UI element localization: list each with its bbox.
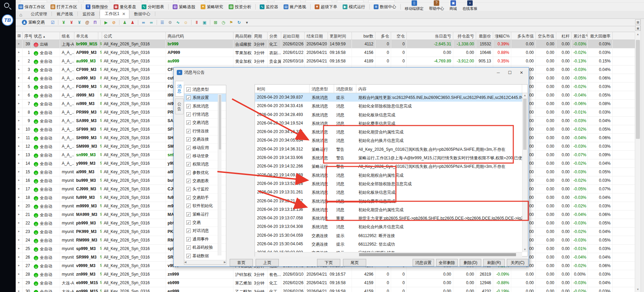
column-header[interactable]: 结束日期 <box>305 32 328 40</box>
close-button[interactable]: ✕ <box>516 69 527 77</box>
dialog-action-关闭(C)[interactable]: 关闭(C) <box>507 259 528 266</box>
column-header[interactable]: 最大回撤率 <box>588 32 613 40</box>
scroll-down-icon[interactable]: ▼ <box>523 247 527 252</box>
tag-icon[interactable]: ⚑ <box>228 20 234 25</box>
column-header[interactable]: 状态 ▲ <box>32 32 60 40</box>
row-expander-icon[interactable]: ▸ <box>16 202 23 210</box>
row-expander-icon[interactable]: ▸ <box>16 159 23 167</box>
row-expander-icon[interactable]: ▸ <box>16 142 23 150</box>
select-all-checkbox[interactable]: ✓ <box>186 87 191 92</box>
row-expander-icon[interactable]: ▸ <box>16 185 23 193</box>
checkbox-checked-icon[interactable]: ✓ <box>186 187 191 191</box>
column-header[interactable]: 组名 <box>60 32 74 40</box>
message-row[interactable]: 2026-04-20 19:13:07.058系统消息重要期货主力变更:pb26… <box>255 214 522 222</box>
scrollbar-thumb[interactable] <box>219 95 221 149</box>
toolbar-button-mode-run[interactable]: ▶模式运行 <box>340 3 368 11</box>
column-header[interactable]: 分类 <box>268 32 281 40</box>
checkbox-checked-icon[interactable]: ✓ <box>186 212 191 217</box>
person-remove-icon[interactable]: ♟ <box>130 20 135 25</box>
checkbox-checked-icon[interactable]: ✓ <box>186 129 191 133</box>
row-expander-icon[interactable]: ▸ <box>16 83 23 91</box>
column-header[interactable]: 空仓 <box>391 32 407 40</box>
message-row[interactable]: 2026-04-20 20:34:39.837系统消息提示期权合约属性更新:sc… <box>255 93 522 102</box>
column-header[interactable]: 起始日期 <box>281 32 305 40</box>
checkbox-checked-icon[interactable]: ✓ <box>186 137 191 142</box>
row-expander-icon[interactable]: ▸ <box>16 210 23 219</box>
row-expander-icon[interactable]: ▸ <box>16 270 23 278</box>
panel-layout-icon[interactable]: ▦ <box>635 19 641 25</box>
column-header[interactable] <box>613 32 635 40</box>
row-expander-icon[interactable]: ▸ <box>16 219 23 227</box>
stop-unit-icon[interactable]: ¥ <box>69 20 74 25</box>
column-header[interactable]: 累计盈亏 <box>572 32 588 40</box>
message-row[interactable]: 2026-04-20 15:30:04.045交易连接提示66112952: 登… <box>255 240 522 248</box>
tab-close-icon[interactable]: ✕ <box>122 12 126 16</box>
checkbox-checked-icon[interactable]: ✓ <box>186 146 191 150</box>
message-row[interactable]: 2026-04-20 20:34:28.493系统消息消息初始化板块信息完成 <box>255 111 522 119</box>
tab-监控器[interactable]: 监控器 <box>78 10 100 18</box>
row-expander-icon[interactable]: ▸ <box>16 91 23 99</box>
message-vertical-scrollbar[interactable]: ▲ ▼ <box>522 93 527 252</box>
scroll-left-icon[interactable]: ◀ <box>184 260 186 264</box>
toolbar-button-strategy-research[interactable]: ✦策略研究 <box>198 3 226 11</box>
checkbox-checked-icon[interactable]: ✓ <box>186 229 191 233</box>
checkbox-checked-icon[interactable]: ✓ <box>186 220 191 225</box>
checkbox-checked-icon[interactable]: ✓ <box>186 162 191 166</box>
message-row[interactable]: 2026-04-20 19:13:04.308系统消息消息初始化合约换月信息完成 <box>255 222 522 231</box>
column-header[interactable]: 公式 <box>102 32 166 40</box>
checkbox-checked-icon[interactable]: ✓ <box>186 204 191 208</box>
clock-icon[interactable]: ◷ <box>220 20 226 25</box>
message-row[interactable]: 2026-04-20 15:30:04.059交易连接提示66112952: 断… <box>255 231 522 240</box>
message-row[interactable]: 2026-04-20 19:14:36.312策略运行警告All_Key_202… <box>255 145 522 154</box>
dropdown-caret-icon[interactable]: ▾ <box>244 20 250 25</box>
message-column-header[interactable]: 内容 <box>356 85 522 93</box>
toolbar-button-strategy-stockpick[interactable]: ▧策略选股 <box>170 3 198 11</box>
row-expander-icon[interactable]: ▸ <box>16 134 23 142</box>
table-row[interactable]: ▸28☺全自动myunitzn999_M35All_Key_2026_Syn_0… <box>16 270 635 279</box>
row-expander-icon[interactable]: ▸ <box>16 236 23 244</box>
toolbar-button-open-workspace[interactable]: ▥打开工作区 <box>48 3 80 11</box>
toolbar-button-mobile-bind[interactable]: ▯移动端绑定 <box>402 1 426 11</box>
table-row[interactable]: ▸2☺全自动A_A_...au999_M39All_Key_2026_Syn_0… <box>16 57 635 65</box>
message-row[interactable]: 2026-04-20 19:14:09.259系统消息消息初始化期权合约属性完成 <box>255 171 522 179</box>
scrollbar-thumb[interactable] <box>359 253 516 256</box>
scroll-up-icon[interactable]: ▲ <box>523 93 527 98</box>
app-logo[interactable]: TB <box>2 14 13 26</box>
toolbar-button-monitor[interactable]: ∿监控器 <box>257 3 281 11</box>
list-settings-icon[interactable]: ☰ <box>159 20 165 25</box>
table-row[interactable]: ▸30☺全自动大连-Aeg999_M155All_Key_2026_Syn_03… <box>16 287 635 292</box>
pagination-上页-button[interactable]: 上页 <box>256 259 279 266</box>
checkbox-checked-icon[interactable]: ✓ <box>186 237 191 242</box>
column-header[interactable]: 当日盈亏 <box>407 32 453 40</box>
scroll-down-icon[interactable]: ▼ <box>635 287 641 292</box>
at-monitor-icon[interactable]: @ <box>84 20 90 25</box>
row-expander-icon[interactable]: ▸ <box>16 108 23 116</box>
unlock-icon[interactable]: Π <box>92 20 98 25</box>
row-expander-icon[interactable]: ▸ <box>16 48 23 57</box>
pic-chart-icon[interactable]: ▣ <box>202 20 207 25</box>
message-row[interactable]: 2026-04-20 20:34:19.524系统消息消息初始化费率信息完成 <box>255 119 522 128</box>
link-green-icon[interactable]: ∞ <box>141 20 146 25</box>
checkbox-checked-icon[interactable]: ✓ <box>186 120 191 125</box>
fund-unit-icon[interactable]: ¥ <box>76 20 82 25</box>
checkbox-checked-icon[interactable]: ✓ <box>186 112 191 117</box>
checkbox-checked-icon[interactable]: ✓ <box>186 254 191 258</box>
row-expander-icon[interactable]: ▸ <box>16 74 23 82</box>
candles-icon[interactable]: ‖ <box>194 20 200 25</box>
scroll-right-icon[interactable]: ▶ <box>224 260 226 264</box>
column-header[interactable]: bar数 <box>352 32 375 40</box>
person-add-icon[interactable]: ♟ <box>122 20 128 25</box>
table-vertical-scrollbar[interactable]: ▲ ▼ <box>635 32 641 292</box>
start-unit-icon[interactable]: ¥ <box>61 20 67 25</box>
toolbar-button-account-view[interactable]: ▤账户透视 <box>281 3 309 11</box>
message-column-header[interactable]: 消息类型 <box>310 85 334 93</box>
row-expander-icon[interactable]: ▸ <box>16 117 23 125</box>
run-icon[interactable]: ▶ <box>103 20 109 25</box>
toolbar-button-mall[interactable]: ▣商城 <box>447 1 460 11</box>
row-expander-icon[interactable]: ▸ <box>16 100 23 108</box>
message-horizontal-scrollbar[interactable] <box>255 252 522 257</box>
column-header[interactable]: 商品简称 <box>233 32 252 40</box>
message-column-header[interactable]: 时间 <box>255 85 310 93</box>
panel-pin-icon[interactable]: ▣ <box>635 26 641 31</box>
table-row[interactable]: ▸1☺全自动A_A_...AP999_M35All_Key_2026_Syn_0… <box>16 48 635 57</box>
